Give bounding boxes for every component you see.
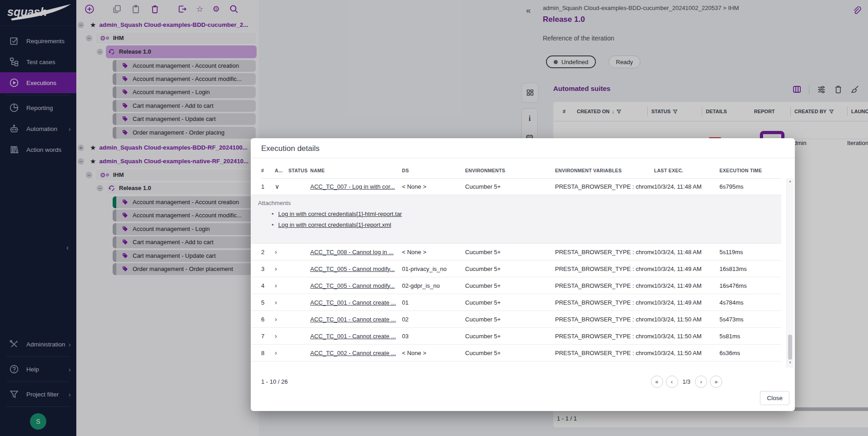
execution-link[interactable]: ACC_TC_001 - Cannot create ... <box>310 333 402 340</box>
xcol-environments: ENVIRONMENTS <box>465 168 555 173</box>
attachment-link[interactable]: Log in with correct credentials[1]-repor… <box>278 221 392 228</box>
execution-row[interactable]: 6 › ACC_TC_001 - Cannot create ... 02 Cu… <box>251 311 781 328</box>
close-button[interactable]: Close <box>760 391 789 405</box>
attachment-item: •Log in with correct credentials[1]-html… <box>272 210 402 217</box>
attachments-panel: Attachments •Log in with correct credent… <box>251 195 781 244</box>
expand-row-icon[interactable]: › <box>275 349 288 356</box>
expand-row-icon[interactable]: › <box>275 366 288 368</box>
executions-header-row: # A... STATUS NAME DS ENVIRONMENTS ENVIR… <box>261 163 781 179</box>
scrollbar-thumb[interactable] <box>788 335 792 360</box>
expand-row-icon[interactable]: › <box>275 248 288 256</box>
execution-link[interactable]: ACC_TC_005 - Cannot modify... <box>310 282 402 289</box>
xcol-last-exec: LAST EXEC. <box>654 168 719 173</box>
app-window: squash Requirements Test cases Execut <box>0 0 868 436</box>
previous-page-button[interactable]: ‹ <box>666 376 678 388</box>
expand-row-icon[interactable]: › <box>275 299 288 306</box>
xcol-exec-time: EXECUTION TIME <box>719 168 772 173</box>
execution-row[interactable]: 5 › ACC_TC_001 - Cannot create ... 01 Cu… <box>251 294 781 311</box>
execution-details-modal: Execution details # A... STATUS NAME DS … <box>251 138 795 411</box>
execution-link[interactable]: ACC_TC_008 - Cannot log in ... <box>310 249 402 256</box>
first-page-button[interactable]: « <box>651 376 663 388</box>
execution-row[interactable]: 4 › ACC_TC_005 - Cannot modify... 02-gdp… <box>251 277 781 294</box>
collapse-row-icon[interactable]: ∨ <box>275 183 288 190</box>
execution-link[interactable]: ACC_TC_003 - Cannot create ... <box>310 366 402 368</box>
attachment-item: •Log in with correct credentials[1]-repo… <box>272 221 402 228</box>
last-page-button[interactable]: » <box>710 376 722 388</box>
expand-row-icon[interactable]: › <box>275 316 288 323</box>
xcol-attachments: A... <box>275 168 288 173</box>
xcol-num: # <box>261 168 275 173</box>
next-page-button[interactable]: › <box>695 376 707 388</box>
execution-row[interactable]: 3 › ACC_TC_005 - Cannot modify... 01-pri… <box>251 261 781 277</box>
xcol-status: STATUS <box>288 168 310 173</box>
xcol-name: NAME <box>310 168 402 173</box>
execution-row[interactable]: 1 ∨ ACC_TC_007 - Log in with cor... < No… <box>251 178 781 195</box>
page-indicator: 1/3 <box>683 379 690 385</box>
attachment-link[interactable]: Log in with correct credentials[1]-html-… <box>278 210 402 217</box>
expand-row-icon[interactable]: › <box>275 265 288 272</box>
modal-pagination: « ‹ 1/3 › » <box>651 376 722 388</box>
bullet-icon: • <box>272 210 274 217</box>
expand-row-icon[interactable]: › <box>275 282 288 289</box>
attachments-label: Attachments <box>258 200 291 206</box>
execution-row[interactable]: 8 › ACC_TC_002 - Cannot create ... < Non… <box>251 345 781 361</box>
execution-link[interactable]: ACC_TC_001 - Cannot create ... <box>310 299 402 306</box>
xcol-env-variables: ENVIRONMENT VARIABLES <box>555 168 654 173</box>
execution-link[interactable]: ACC_TC_001 - Cannot create ... <box>310 316 402 323</box>
xcol-ds: DS <box>402 168 465 173</box>
modal-row-range: 1 - 10 / 26 <box>261 378 288 385</box>
execution-link[interactable]: ACC_TC_005 - Cannot modify... <box>310 266 402 272</box>
modal-divider <box>251 158 795 158</box>
execution-row-partial[interactable]: 9 › ACC_TC_003 - Cannot create ... 01-pr… <box>251 361 781 368</box>
modal-title: Execution details <box>261 144 320 153</box>
execution-link[interactable]: ACC_TC_002 - Cannot create ... <box>310 350 402 356</box>
execution-link[interactable]: ACC_TC_007 - Log in with cor... <box>310 183 402 190</box>
executions-scroll-area: 1 ∨ ACC_TC_007 - Log in with cor... < No… <box>251 178 781 368</box>
execution-row[interactable]: 2 › ACC_TC_008 - Cannot log in ... < Non… <box>251 244 781 261</box>
execution-row[interactable]: 7 › ACC_TC_001 - Cannot create ... 03 Cu… <box>251 328 781 345</box>
bullet-icon: • <box>272 221 274 228</box>
scroll-up-icon[interactable]: ▲ <box>787 179 794 185</box>
scroll-down-icon[interactable]: ▼ <box>787 361 794 367</box>
expand-row-icon[interactable]: › <box>275 332 288 340</box>
vertical-scrollbar[interactable]: ▲ ▼ <box>786 178 794 368</box>
